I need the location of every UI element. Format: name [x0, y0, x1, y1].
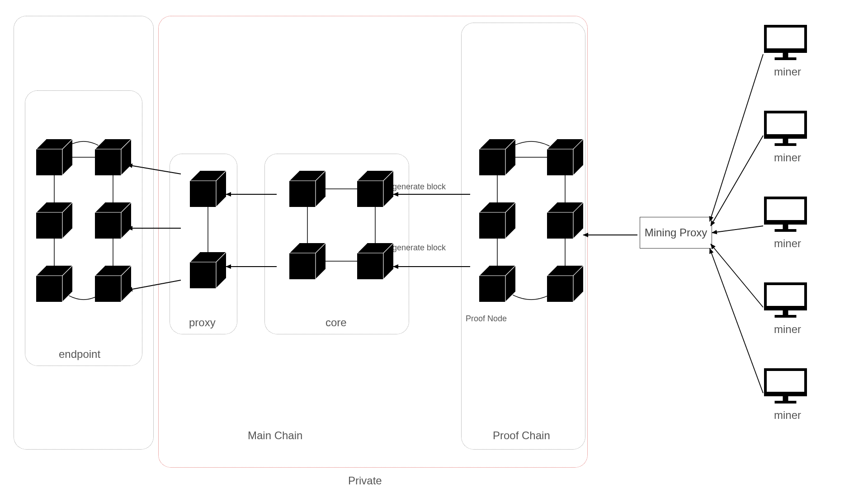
svg-rect-59: [767, 113, 804, 134]
arrow-8: [710, 54, 763, 221]
miner-label: miner: [774, 323, 801, 336]
svg-rect-61: [775, 143, 797, 146]
proof-node-label: Proof Node: [466, 314, 507, 324]
proof-chain-label: Proof Chain: [493, 429, 550, 442]
svg-rect-63: [767, 199, 804, 220]
core-label: core: [326, 316, 347, 329]
svg-rect-70: [764, 368, 807, 396]
miner-monitor-icon: [764, 282, 807, 318]
arrow-9: [711, 136, 763, 226]
svg-rect-67: [767, 285, 804, 306]
svg-rect-56: [783, 53, 788, 57]
svg-rect-71: [767, 371, 804, 392]
svg-rect-66: [764, 282, 807, 310]
miner-monitor-icon: [764, 111, 807, 146]
svg-rect-58: [764, 111, 807, 139]
arrow-11: [711, 244, 763, 307]
svg-rect-72: [783, 396, 788, 401]
mining-proxy-box: Mining Proxy: [640, 217, 712, 249]
miner-label: miner: [774, 151, 801, 164]
svg-rect-57: [775, 57, 797, 60]
miner-label: miner: [774, 66, 801, 78]
miner-monitor-icon: [764, 197, 807, 232]
arrow-10: [712, 226, 763, 233]
proxy-label: proxy: [189, 316, 216, 329]
svg-rect-65: [775, 229, 797, 232]
generate-block-label-1: generate block: [392, 182, 446, 192]
svg-rect-73: [775, 401, 797, 404]
svg-rect-54: [764, 25, 807, 53]
main-chain-label: Main Chain: [248, 429, 302, 442]
arrow-12: [710, 249, 763, 393]
svg-rect-64: [783, 225, 788, 229]
core-container: [264, 154, 409, 334]
miner-monitor-icon: [764, 25, 807, 60]
generate-block-label-2: generate block: [392, 243, 446, 253]
svg-rect-60: [783, 139, 788, 143]
svg-rect-62: [764, 197, 807, 225]
proof-chain-container: [461, 23, 585, 450]
mining-proxy-label: Mining Proxy: [645, 226, 708, 239]
svg-rect-68: [783, 310, 788, 315]
svg-rect-69: [775, 315, 797, 318]
endpoint-label: endpoint: [59, 348, 100, 361]
endpoint-container: [25, 90, 142, 366]
miner-label: miner: [774, 237, 801, 250]
private-label: Private: [348, 474, 382, 487]
miner-monitor-icon: [764, 368, 807, 404]
proxy-container: [170, 154, 237, 334]
miner-label: miner: [774, 409, 801, 422]
svg-rect-55: [767, 28, 804, 48]
